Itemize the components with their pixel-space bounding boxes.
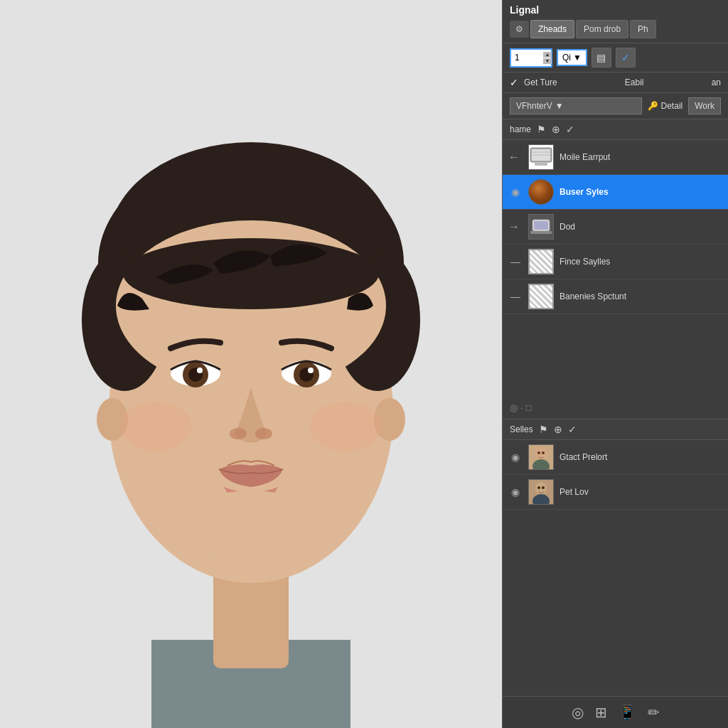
bottom-layers: ◉ Gtact Prelort ◉ [503, 440, 728, 697]
layer-5-name: Banenies Spctunt [560, 291, 722, 301]
svg-point-16 [197, 368, 203, 373]
bottom-icon-1[interactable]: ◎ [572, 704, 584, 721]
layers-toolbar-flag[interactable]: ⚑ [537, 124, 546, 135]
layer-4-thumb [528, 249, 554, 274]
svg-point-24 [121, 402, 192, 451]
layer-2-vis: ◉ [508, 186, 523, 198]
tab-pom-drob[interactable]: Pom drob [576, 20, 628, 38]
svg-point-12 [123, 238, 379, 309]
scroll-dot2: □ [526, 402, 532, 413]
tab-zheads[interactable]: Zheads [530, 20, 574, 38]
second-toolbar-flag[interactable]: ⚑ [539, 424, 548, 435]
layer-3-arrow: → [508, 220, 523, 233]
options-row: ✓ Get Ture Eabil an [503, 73, 728, 93]
get-ture-label: Get Ture [524, 77, 557, 87]
bottom-layer-2-thumb [528, 479, 554, 505]
svg-point-25 [310, 402, 381, 451]
second-toolbar-thermo[interactable]: ⊕ [554, 424, 562, 435]
second-section-toolbar: Selles ⚑ ⊕ ✓ [503, 419, 728, 440]
mode-row: VFhnterV ▼ 🔑 Detail Work [503, 93, 728, 119]
spinner-down[interactable]: ▼ [543, 58, 552, 64]
tab-ph[interactable]: Ph [630, 20, 656, 38]
key-icon: 🔑 [648, 101, 658, 111]
layer-1-arrow: ← [508, 151, 523, 164]
svg-point-21 [230, 428, 247, 439]
bottom-layer-item-2[interactable]: ◉ Pet Lov [503, 475, 728, 510]
canvas-photo [0, 0, 502, 728]
qi-dropdown-label: Qi [562, 53, 571, 63]
svg-point-44 [537, 486, 540, 489]
bottom-layer-1-name: Gtact Prelort [560, 452, 722, 462]
layers-toolbar: hame ⚑ ⊕ ✓ [503, 119, 728, 140]
mode-detail: 🔑 Detail [648, 101, 683, 111]
detail-label: Detail [661, 101, 683, 111]
spinner-up[interactable]: ▲ [543, 52, 552, 58]
bottom-layer-1-vis: ◉ [508, 451, 523, 463]
mode-dropdown[interactable]: VFhnterV ▼ [510, 97, 642, 114]
layer-item-3[interactable]: → Dod [503, 210, 728, 245]
svg-point-40 [542, 451, 545, 454]
bottom-layer-item-1[interactable]: ◉ Gtact Prelort [503, 440, 728, 475]
bottom-icon-4[interactable]: ✏ [648, 704, 660, 721]
svg-rect-31 [535, 163, 547, 166]
panel-title: Lignal [510, 4, 721, 16]
eabil-label: Eabil [625, 77, 644, 87]
layer-3-name: Dod [560, 222, 722, 232]
scroll-dot1: · [520, 402, 523, 413]
bottom-layer-1-thumb [528, 444, 554, 470]
mode-dropdown-arrow: ▼ [555, 101, 564, 111]
checkmark-icon: ✓ [510, 77, 518, 88]
layer-5-vis: — [508, 291, 523, 302]
svg-point-45 [542, 486, 545, 489]
layer-4-name: Fince Saylles [560, 257, 722, 267]
bottom-icon-3[interactable]: 📱 [619, 704, 636, 721]
bottom-layer-2-vis: ◉ [508, 486, 523, 498]
number-input[interactable]: 1 [515, 53, 543, 63]
scroll-area: ◎ · □ [503, 397, 728, 419]
tabs-row: ⚙ Zheads Pom drob Ph [510, 20, 721, 38]
layer-item-1[interactable]: ← Moile Earrput [503, 140, 728, 175]
panel-header: Lignal ⚙ Zheads Pom drob Ph [503, 0, 728, 43]
layer-item-5[interactable]: — Banenies Spctunt [503, 279, 728, 314]
right-panel: Lignal ⚙ Zheads Pom drob Ph 1 ▲ ▼ Qi ▼ ▤… [502, 0, 728, 728]
layer-item-2[interactable]: ◉ Buser Syles [503, 175, 728, 210]
eye-icon: ◎ [510, 402, 518, 413]
layers-toolbar-check[interactable]: ✓ [566, 124, 574, 135]
svg-point-20 [308, 368, 314, 373]
layer-5-thumb [528, 284, 554, 309]
layer-1-thumb [528, 144, 554, 170]
eabil-value: an [712, 77, 721, 87]
spinner: ▲ ▼ [543, 52, 552, 64]
number-input-container: 1 ▲ ▼ [510, 48, 552, 68]
second-toolbar-label: Selles [510, 424, 533, 434]
layer-3-thumb [528, 214, 554, 240]
icon-btn-check[interactable]: ✓ [616, 48, 636, 68]
layer-item-4[interactable]: — Fince Saylles [503, 245, 728, 279]
layer-1-name: Moile Earrput [560, 152, 722, 162]
second-toolbar-check[interactable]: ✓ [568, 424, 577, 435]
layers-toolbar-thermo[interactable]: ⊕ [552, 124, 560, 135]
svg-point-39 [537, 451, 540, 454]
svg-rect-34 [534, 221, 548, 230]
svg-point-22 [255, 428, 272, 439]
work-button[interactable]: Work [688, 97, 721, 114]
bottom-toolbar: ◎ ⊞ 📱 ✏ [503, 696, 728, 728]
panel-icon-btn[interactable]: ⚙ [510, 21, 529, 38]
qi-dropdown[interactable]: Qi ▼ [557, 49, 587, 66]
layers-toolbar-label: hame [510, 124, 531, 134]
controls-row: 1 ▲ ▼ Qi ▼ ▤ ✓ [503, 43, 728, 73]
bottom-icon-2[interactable]: ⊞ [595, 704, 607, 721]
bottom-layer-2-name: Pet Lov [560, 487, 722, 497]
icon-btn-1[interactable]: ▤ [592, 48, 611, 68]
mode-dropdown-label: VFhnterV [516, 101, 552, 111]
canvas-area [0, 0, 502, 728]
svg-rect-35 [530, 231, 552, 234]
layer-2-thumb [528, 179, 554, 205]
layer-2-name: Buser Syles [560, 187, 722, 197]
layers-list: ← Moile Earrput ◉ Buser Syles → Dod — [503, 140, 728, 397]
qi-dropdown-arrow: ▼ [573, 53, 582, 63]
svg-point-23 [180, 491, 322, 562]
layer-4-vis: — [508, 256, 523, 267]
